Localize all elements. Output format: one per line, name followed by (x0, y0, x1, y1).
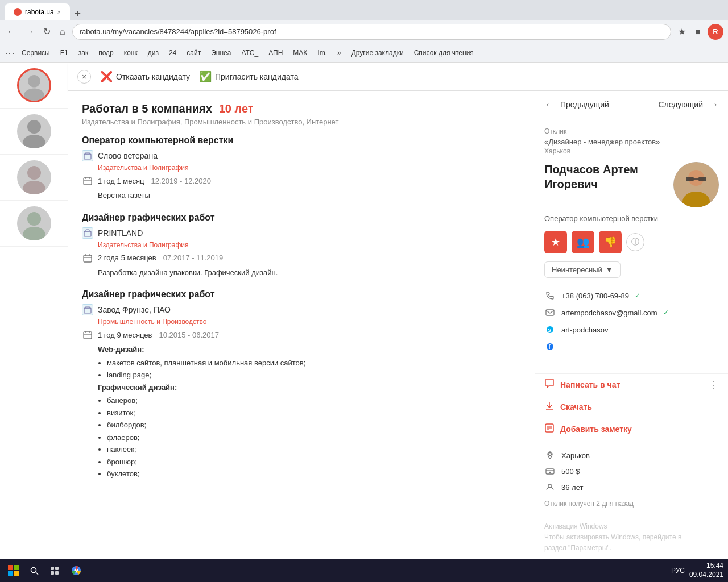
back-btn[interactable]: ← (5, 24, 18, 39)
svg-rect-48 (8, 571, 13, 576)
invite-candidate-btn[interactable]: ✅ Пригласить кандидата (199, 70, 298, 83)
graphic-item-6: брошюр; (107, 456, 521, 468)
prev-label[interactable]: Предыдущий (560, 100, 609, 109)
chat-row[interactable]: Написать в чат ⋮ (535, 373, 728, 396)
taskbar-lang: РУС (671, 567, 685, 575)
calendar-icon-1 (82, 175, 93, 186)
apps-btn[interactable]: ⋯ (5, 47, 15, 59)
star-candidate-btn[interactable]: ★ (544, 231, 567, 253)
svg-point-41 (549, 453, 552, 456)
taskbar-search[interactable] (25, 562, 43, 580)
bookmark-zak[interactable]: зак (75, 48, 92, 58)
vacancy-city: Харьков (544, 147, 719, 155)
sidebar-candidate-3[interactable] (0, 155, 68, 201)
company-icon-2 (82, 227, 93, 239)
reject-candidate-btn[interactable]: ❌ Отказать кандидату (100, 70, 190, 83)
graphic-item-3: билбордов; (107, 419, 521, 431)
bookmark-podr[interactable]: подр (95, 48, 117, 58)
chat-more-icon[interactable]: ⋮ (709, 379, 719, 391)
job-title-2: Дизайнер графических работ (82, 213, 521, 223)
taskbar-chrome[interactable] (66, 562, 86, 580)
job-section-2: Дизайнер графических работ PRINTLAND Изд… (82, 213, 521, 278)
facebook-icon: f (544, 341, 556, 352)
svg-rect-47 (14, 565, 19, 570)
graphic-design-list: банеров; визиток; билбордов; флаеров; на… (107, 395, 521, 480)
bookmark-reading[interactable]: Список для чтения (411, 48, 477, 58)
chat-icon (544, 379, 555, 391)
work-history-title: Работал в 5 компаниях (82, 102, 212, 115)
bookmark-24[interactable]: 24 (166, 48, 180, 58)
bookmark-ennea[interactable]: Эннеа (208, 48, 234, 58)
bookmark-diz[interactable]: диз (144, 48, 162, 58)
reload-btn[interactable]: ↻ (41, 24, 53, 39)
extra-city: Харьков (544, 447, 719, 463)
bookmark-ats[interactable]: АТС_ (238, 48, 262, 58)
download-row[interactable]: Скачать (535, 396, 728, 418)
taskbar-task-view[interactable] (46, 562, 64, 580)
svg-point-6 (27, 212, 41, 226)
profile-btn[interactable]: R (708, 24, 723, 40)
job-title-3: Дизайнер графических работ (82, 289, 521, 300)
candidate-avatar-4 (17, 206, 51, 240)
candidate-city: Харьков (561, 451, 590, 460)
info-candidate-btn[interactable]: ⓘ (626, 233, 644, 251)
bookmark-more[interactable]: » (334, 48, 345, 58)
location-icon (544, 450, 556, 461)
close-panel-btn[interactable]: × (77, 70, 91, 84)
contact-phone: +38 (063) 780-69-89 ✓ (544, 287, 719, 304)
bookmark-im[interactable]: Im. (314, 48, 330, 58)
bookmark-site[interactable]: сайт (183, 48, 204, 58)
new-tab-btn[interactable]: + (75, 7, 81, 20)
prev-candidate-btn[interactable]: ← (544, 98, 556, 111)
date-duration-3: 1 год 9 месяцев (98, 331, 152, 339)
bookmark-mak[interactable]: МАК (289, 48, 311, 58)
bookmark-f1[interactable]: F1 (57, 48, 72, 58)
company-industry-2: Издательства и Полиграфия (98, 241, 521, 249)
compare-candidate-btn[interactable]: 👥 (572, 231, 594, 253)
reject-label: Отказать кандидату (116, 72, 190, 81)
dislike-candidate-btn[interactable]: 👎 (599, 231, 622, 253)
note-label: Добавить заметку (560, 425, 632, 434)
info-icon: ⓘ (631, 237, 639, 247)
star-icon: ★ (551, 236, 560, 248)
email-address: artempodchasov@gmail.com (561, 309, 657, 317)
address-bar[interactable] (72, 24, 672, 40)
candidate-avatar-2 (17, 114, 51, 148)
bookmark-apn[interactable]: АПН (265, 48, 286, 58)
bookmark-star-btn[interactable]: ★ (676, 24, 688, 39)
date-row-2: 2 года 5 месяцев 07.2017 - 11.2019 (82, 252, 521, 264)
next-label[interactable]: Следующий (658, 100, 703, 109)
activation-line1: Активация Windows (544, 521, 719, 532)
bookmark-services[interactable]: Сервисы (18, 48, 53, 58)
svg-point-7 (23, 227, 46, 240)
bookmark-others[interactable]: Другие закладки (348, 48, 407, 58)
web-design-list: макетов сайтов, планшетная и мобильная в… (107, 357, 521, 381)
tab-close-btn[interactable]: × (57, 9, 61, 15)
right-profile: Отклик «Дизайнер - менеджер проектов» Ха… (535, 118, 728, 373)
forward-btn[interactable]: → (23, 24, 36, 39)
sidebar-candidate-2[interactable] (0, 109, 68, 155)
sidebar-candidate-1[interactable] (0, 63, 68, 109)
svg-rect-32 (546, 310, 554, 315)
salary-icon (544, 465, 556, 477)
bookmark-konk[interactable]: конк (121, 48, 141, 58)
status-dropdown[interactable]: Неинтересный ▼ (544, 261, 621, 278)
start-btn[interactable] (5, 562, 23, 580)
company-icon-3 (82, 304, 93, 315)
home-btn[interactable]: ⌂ (57, 24, 68, 39)
note-row[interactable]: Добавить заметку (535, 418, 728, 440)
company-name-1: Слово ветерана (98, 151, 158, 160)
extra-info: Харьков 500 $ 36 лет Отклик п (535, 440, 728, 514)
calendar-icon-2 (82, 252, 93, 264)
svg-point-5 (23, 181, 46, 194)
note-icon (544, 423, 555, 435)
email-verified-icon: ✓ (663, 309, 669, 317)
group-icon: 👥 (577, 236, 589, 248)
sidebar-candidate-4[interactable] (0, 201, 68, 247)
work-industries: Издательства и Полиграфия, Промышленност… (82, 118, 521, 126)
dropdown-chevron-icon: ▼ (606, 265, 613, 274)
active-tab[interactable]: rabota.ua × (5, 3, 70, 20)
extensions-btn[interactable]: ■ (693, 24, 703, 39)
next-candidate-btn[interactable]: → (708, 98, 719, 111)
close-icon: × (82, 72, 86, 81)
